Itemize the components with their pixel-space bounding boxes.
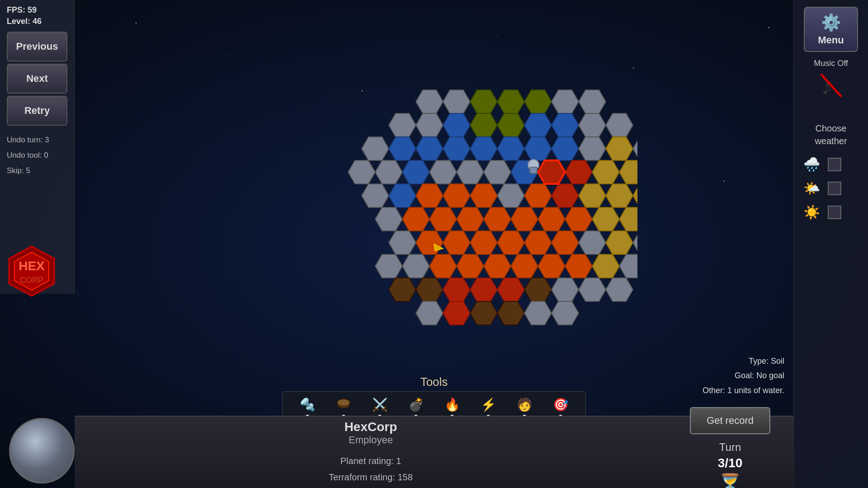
sun-icon: 🌤️ [799,178,824,198]
svg-rect-9 [530,167,537,174]
retry-button[interactable]: Retry [7,96,67,126]
undo-info: Undo turn: 3 Undo tool: 0 Skip: 5 [7,132,67,178]
bottom-right: Get record Turn 3/10 ⏳ [667,407,793,488]
tool-icon-7: 🎯 [553,395,569,413]
tool-icon-1 [335,395,352,413]
menu-button[interactable]: ⚙️ Menu [804,7,858,52]
hourglass-icon: ⏳ [717,473,744,488]
bottom-bar: HexCorp Employee Planet rating: 1 Terraf… [75,416,793,488]
fps-level-display: FPS: 59 Level: 46 [7,5,67,27]
previous-button[interactable]: Previous [7,32,67,61]
svg-marker-6 [231,72,244,86]
tool-icon-2: ⚔️ [372,395,388,413]
tool-icon-3: 💣 [408,395,424,413]
right-sidebar: ⚙️ Menu Music Off ♪ Chooseweather 🌧️ 🌤️ … [793,0,868,488]
svg-text:♪: ♪ [821,74,832,99]
undo-tool: Undo tool: 0 [7,148,67,163]
tile-info-panel: Type: Soil Goal: No goal Other: 1 units … [703,354,784,398]
tile-type: Type: Soil [703,354,784,368]
heat-checkbox[interactable] [828,206,841,219]
hex-grid-svg [231,72,637,343]
svg-point-11 [337,399,350,406]
turn-display: Turn 3/10 ⏳ [717,441,744,488]
level-counter: Level: 46 [7,16,67,27]
tile-goal: Goal: No goal [703,368,784,383]
music-icon[interactable]: ♪ [819,72,844,104]
weather-heading: Chooseweather [815,123,847,146]
get-record-button[interactable]: Get record [690,407,770,434]
tools-label: Tools [420,375,448,389]
fps-counter: FPS: 59 [7,5,67,16]
heat-icon: ☀️ [799,202,824,222]
tile-other: Other: 1 units of water. [703,383,784,398]
player-avatar [9,418,75,483]
hexcorp-logo: HEX CORP [5,244,59,298]
weather-option-sun[interactable]: 🌤️ [799,178,863,198]
music-label: Music Off [814,59,848,68]
turn-label: Turn [719,441,741,454]
svg-text:CORP: CORP [20,276,43,285]
gear-icon: ⚙️ [821,13,841,32]
company-name: HexCorp [344,420,397,434]
hex-map[interactable] [75,0,793,416]
menu-label: Menu [818,34,844,46]
undo-turn: Undo turn: 3 [7,132,67,148]
music-control: Music Off ♪ [814,59,848,104]
tool-icon-0: 🔩 [300,395,316,413]
weather-option-rain[interactable]: 🌧️ [799,154,863,174]
terraform-rating: Terraform rating: 158 [329,469,413,485]
tool-icon-6: 🧑 [517,395,533,413]
sun-checkbox[interactable] [828,182,841,195]
choose-weather-label: Chooseweather [815,122,847,147]
employee-label: Employee [349,434,393,446]
tool-icon-4: 🔥 [444,395,460,413]
turn-value: 3/10 [718,456,743,470]
weather-option-heat[interactable]: ☀️ [799,202,863,222]
skip-count: Skip: 5 [7,163,67,178]
planet-rating: Planet rating: 1 [340,453,401,469]
rain-checkbox[interactable] [828,158,841,171]
svg-text:HEX: HEX [19,259,45,273]
tool-icon-5: ⚡ [481,395,496,413]
next-button[interactable]: Next [7,64,67,94]
rain-icon: 🌧️ [799,154,824,174]
bottom-center: HexCorp Employee Planet rating: 1 Terraf… [75,420,667,485]
